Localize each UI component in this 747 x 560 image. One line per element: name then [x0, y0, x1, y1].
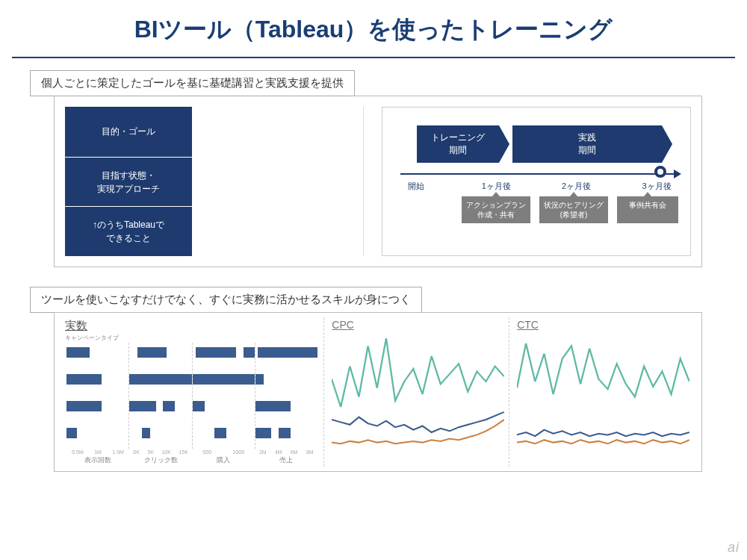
- tick-0: 開始: [397, 181, 435, 192]
- xlabel-3: 売上: [279, 456, 293, 464]
- timeline: トレーニング 期間 実践 期間 開始 1ヶ月後 2ヶ月後 3ヶ月後 アクションプ…: [382, 107, 691, 256]
- matrix-row-0: 目的・ゴール: [65, 107, 192, 157]
- section2-panel: 実数 キャンペーンタイプ 0.5M1M1.5M表示回数 0K5K10K15Kクリ…: [54, 312, 702, 472]
- timeline-marker-icon: [654, 166, 666, 178]
- dashboard-cpc: CPC: [324, 317, 509, 467]
- phase-practice: 実践 期間: [512, 125, 662, 163]
- section1-panel: 目的・ゴール 目指す状態・ 実現アプローチ ↑のうちTableauで できること…: [54, 96, 702, 267]
- xlabel-1: クリック数: [144, 456, 178, 464]
- timeline-axis: [400, 173, 677, 175]
- matrix-row-1: 目指す状態・ 実現アプローチ: [65, 157, 192, 207]
- title-rule: [12, 57, 735, 58]
- tick-2: 2ヶ月後: [558, 181, 595, 192]
- matrix-row-2: ↑のうちTableauで できること: [65, 206, 192, 256]
- page-title: BIツール（Tableau）を使ったトレーニング: [0, 13, 747, 46]
- bars-subtitle: キャンペーンタイプ: [65, 334, 320, 342]
- phase-training: トレーニング 期間: [417, 125, 499, 163]
- dashboard-bars: 実数 キャンペーンタイプ 0.5M1M1.5M表示回数 0K5K10K15Kクリ…: [62, 317, 324, 467]
- xlabel-2: 購入: [217, 456, 230, 464]
- ctc-title: CTC: [517, 319, 689, 331]
- tick-1: 1ヶ月後: [477, 181, 515, 192]
- section1-label: 個人ごとに策定したゴールを基に基礎講習と実践支援を提供: [30, 70, 355, 96]
- timeline-box-0: アクションプラン 作成・共有: [462, 196, 530, 223]
- timeline-box-2: 事例共有会: [617, 196, 678, 223]
- dashboard-ctc: CTC: [509, 317, 694, 467]
- tick-3: 3ヶ月後: [638, 181, 675, 192]
- cpc-title: CPC: [332, 319, 504, 331]
- watermark: ai: [728, 540, 740, 556]
- bars-title: 実数: [65, 319, 320, 333]
- section2-label: ツールを使いこなすだけでなく、すぐに実務に活かせるスキルが身につく: [30, 287, 422, 313]
- timeline-box-1: 状況のヒアリング (希望者): [539, 196, 608, 223]
- goal-matrix: 目的・ゴール 目指す状態・ 実現アプローチ ↑のうちTableauで できること: [65, 107, 364, 256]
- xlabel-0: 表示回数: [84, 456, 111, 464]
